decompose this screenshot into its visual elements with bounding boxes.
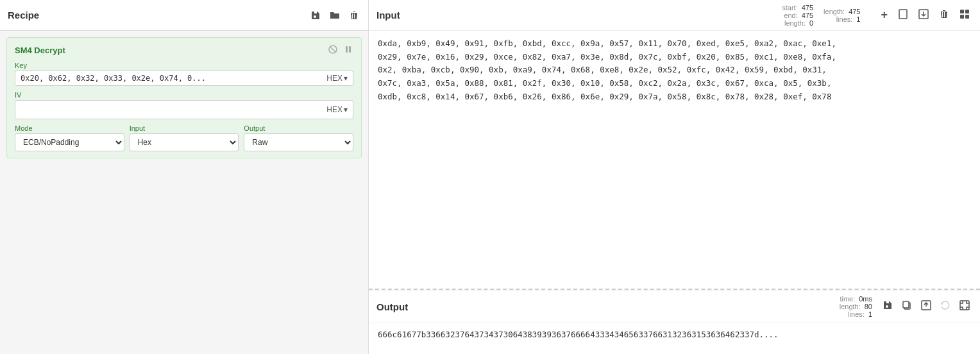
output-stats: time: 0ms length: 80 lines: 1 bbox=[840, 295, 872, 318]
output-content-area[interactable]: 666c61677b336632376437343730643839393637… bbox=[369, 323, 980, 346]
svg-rect-13 bbox=[960, 301, 969, 310]
copy-icon bbox=[902, 300, 912, 310]
input-section: Input start: 475 end: 475 le bbox=[369, 0, 980, 290]
recipe-icons bbox=[309, 9, 360, 22]
time-label: time: bbox=[840, 295, 855, 303]
output-type-label: Output bbox=[244, 124, 353, 132]
length-label1: length: bbox=[784, 19, 806, 27]
output-title: Output bbox=[376, 301, 408, 312]
input-header-right: start: 475 end: 475 length: 0 bbox=[782, 4, 972, 27]
lines-label: lines: bbox=[836, 15, 853, 23]
key-input[interactable] bbox=[21, 74, 324, 83]
export-output-button[interactable] bbox=[918, 299, 934, 314]
output-section: Output time: 0ms length: 80 bbox=[369, 290, 980, 354]
save-icon bbox=[310, 10, 321, 21]
input-type-label: Input bbox=[130, 124, 239, 132]
svg-line-1 bbox=[330, 47, 336, 53]
iv-input[interactable] bbox=[21, 105, 324, 114]
svg-rect-6 bbox=[960, 10, 964, 13]
save-output-icon bbox=[883, 300, 893, 310]
expand-button[interactable] bbox=[957, 299, 972, 314]
time-value: 0ms bbox=[859, 295, 872, 303]
undo-button[interactable] bbox=[938, 299, 953, 314]
iv-format-select[interactable]: HEX ▾ bbox=[324, 105, 348, 114]
recipe-header: Recipe bbox=[0, 0, 368, 31]
end-value: 475 bbox=[802, 12, 813, 19]
output-header: Output time: 0ms length: 80 bbox=[369, 290, 980, 323]
mode-select[interactable]: ECB/NoPadding bbox=[15, 133, 124, 151]
new-doc-button[interactable] bbox=[895, 8, 911, 23]
output-content-text: 666c61677b336632376437343730643839393637… bbox=[378, 330, 779, 339]
delete-input-button[interactable] bbox=[936, 8, 952, 23]
input-title: Input bbox=[376, 10, 400, 21]
disable-icon bbox=[328, 44, 338, 55]
output-type-field: Output Raw bbox=[244, 124, 353, 151]
start-value: 475 bbox=[802, 4, 813, 12]
input-content-text: 0xda, 0xb9, 0x49, 0x91, 0xfb, 0xbd, 0xcc… bbox=[378, 38, 836, 101]
stat-group-left: start: 475 end: 475 length: 0 bbox=[782, 4, 813, 27]
start-label: start: bbox=[782, 4, 797, 12]
svg-rect-8 bbox=[960, 15, 964, 19]
svg-rect-11 bbox=[903, 301, 909, 308]
svg-rect-4 bbox=[899, 10, 907, 19]
expand-icon bbox=[959, 300, 970, 310]
output-time-stat: time: 0ms bbox=[840, 295, 872, 303]
save-recipe-button[interactable] bbox=[309, 9, 322, 22]
folder-icon bbox=[330, 10, 340, 21]
key-field: Key HEX ▾ bbox=[15, 62, 353, 86]
stat-end: end: 475 bbox=[784, 12, 813, 19]
new-doc-icon bbox=[898, 9, 908, 19]
plus-icon: + bbox=[881, 8, 888, 21]
trash-icon bbox=[349, 10, 359, 21]
save-output-button[interactable] bbox=[880, 299, 895, 314]
delete-recipe-button[interactable] bbox=[348, 9, 360, 22]
import-button[interactable] bbox=[916, 8, 931, 23]
grid-icon bbox=[959, 9, 970, 19]
output-lines-stat: lines: 1 bbox=[848, 310, 872, 318]
output-lines-label: lines: bbox=[848, 310, 865, 318]
trash-input-icon bbox=[939, 9, 949, 19]
output-length-label: length: bbox=[840, 303, 861, 310]
recipe-content: SM4 Decrypt bbox=[0, 31, 368, 354]
add-input-button[interactable]: + bbox=[878, 7, 890, 23]
output-stat-group: time: 0ms length: 80 lines: 1 bbox=[840, 295, 872, 318]
output-length-stat: length: 80 bbox=[840, 303, 872, 310]
stat-lines: lines: 1 bbox=[836, 15, 861, 23]
output-lines-value: 1 bbox=[868, 310, 872, 318]
operation-header: SM4 Decrypt bbox=[15, 44, 353, 56]
copy-output-button[interactable] bbox=[899, 299, 915, 314]
mode-field: Mode ECB/NoPadding bbox=[15, 124, 124, 151]
output-header-right: time: 0ms length: 80 lines: 1 bbox=[840, 295, 972, 318]
input-type-select[interactable]: Hex bbox=[130, 133, 239, 151]
operation-title: SM4 Decrypt bbox=[15, 46, 65, 55]
length-label2: length: bbox=[824, 8, 845, 15]
operation-controls bbox=[328, 44, 353, 56]
input-stats: start: 475 end: 475 length: 0 bbox=[782, 4, 860, 27]
length-value1: 0 bbox=[809, 19, 813, 27]
import-icon bbox=[918, 9, 929, 19]
input-header: Input start: 475 end: 475 le bbox=[369, 0, 980, 31]
key-format-select[interactable]: HEX ▾ bbox=[324, 74, 348, 83]
sm4-decrypt-block: SM4 Decrypt bbox=[6, 37, 362, 158]
lines-value: 1 bbox=[856, 15, 860, 23]
left-panel: Recipe bbox=[0, 0, 369, 354]
stat-length2: length: 475 bbox=[824, 8, 860, 15]
svg-rect-3 bbox=[349, 46, 351, 53]
input-toolbar: + bbox=[878, 7, 972, 23]
mode-row: Mode ECB/NoPadding Input Hex Output Raw bbox=[15, 124, 353, 151]
undo-icon bbox=[940, 300, 950, 310]
pause-operation-button[interactable] bbox=[343, 44, 353, 56]
mode-label: Mode bbox=[15, 124, 124, 132]
stat-start: start: 475 bbox=[782, 4, 813, 12]
iv-format-label: HEX bbox=[326, 105, 342, 114]
input-content-area[interactable]: 0xda, 0xb9, 0x49, 0x91, 0xfb, 0xbd, 0xcc… bbox=[369, 31, 980, 289]
output-type-select[interactable]: Raw bbox=[244, 133, 353, 151]
length-value2: 475 bbox=[849, 8, 860, 15]
disable-operation-button[interactable] bbox=[328, 44, 338, 56]
stat-group-right: length: 475 lines: 1 bbox=[824, 8, 860, 23]
svg-rect-7 bbox=[965, 10, 969, 13]
iv-input-wrap: HEX ▾ bbox=[15, 100, 353, 119]
grid-button[interactable] bbox=[957, 8, 972, 23]
open-recipe-button[interactable] bbox=[328, 9, 341, 22]
iv-label: IV bbox=[15, 91, 353, 99]
